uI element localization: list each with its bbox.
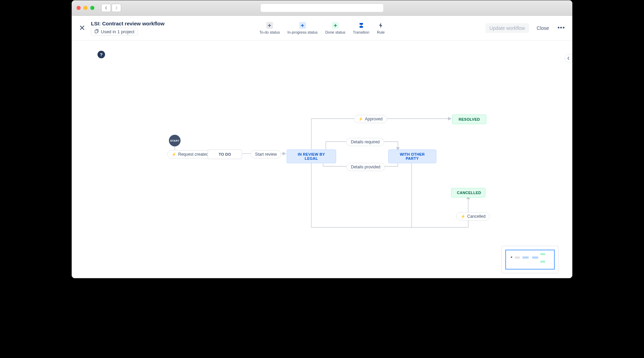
editor-header: ✕ LSI: Contract review workflow Used in … — [72, 16, 572, 40]
transition-icon — [358, 22, 365, 29]
status-to-do[interactable]: TO DO — [208, 150, 242, 159]
status-label: TO DO — [219, 152, 231, 156]
close-window-icon[interactable] — [77, 6, 81, 10]
transition-label: Approved — [365, 117, 382, 121]
status-label: WITH OTHER PARTY — [400, 152, 425, 160]
transition-approved[interactable]: ⚡ Approved — [354, 115, 387, 123]
svg-rect-0 — [95, 30, 97, 33]
status-with-other-party[interactable]: WITH OTHER PARTY — [388, 150, 436, 163]
minimap-node — [540, 261, 545, 263]
transition-cancelled[interactable]: ⚡ Cancelled — [456, 212, 490, 220]
used-in-text: Used in 1 project — [101, 29, 135, 34]
minimap-node — [522, 256, 529, 259]
minimize-window-icon[interactable] — [83, 6, 88, 10]
traffic-lights — [77, 6, 94, 10]
bolt-icon: ⚡ — [461, 214, 465, 219]
used-in-badge[interactable]: Used in 1 project — [91, 28, 138, 36]
nav-buttons — [101, 4, 121, 12]
add-rule-button[interactable]: Rule — [377, 22, 385, 34]
transition-details-provided[interactable]: Details provided — [346, 163, 385, 171]
toolbar-label: Transition — [353, 30, 369, 34]
svg-rect-1 — [359, 23, 363, 25]
transition-label: Cancelled — [467, 214, 485, 219]
forward-button[interactable] — [112, 4, 121, 12]
header-right-actions: Update workflow Close ••• — [485, 23, 566, 33]
plus-icon: ＋ — [299, 22, 306, 29]
maximize-window-icon[interactable] — [90, 6, 94, 10]
minimap-viewport — [505, 250, 555, 270]
svg-rect-2 — [359, 26, 363, 28]
status-label: IN REVIEW BY LEGAL — [298, 152, 325, 160]
workflow-title: LSI: Contract review workflow — [91, 21, 164, 26]
transition-label: Request created — [178, 152, 208, 157]
minimap-start-dot — [511, 256, 512, 258]
minimap-node — [532, 256, 538, 259]
plus-icon: ＋ — [266, 22, 273, 29]
transition-start-review[interactable]: Start review — [251, 150, 281, 158]
start-node-label: START — [170, 139, 179, 142]
status-in-review-by-legal[interactable]: IN REVIEW BY LEGAL — [287, 150, 336, 163]
close-icon[interactable]: ✕ — [78, 24, 86, 33]
bolt-icon: ⚡ — [172, 152, 176, 157]
title-block: LSI: Contract review workflow Used in 1 … — [91, 21, 164, 36]
update-workflow-button[interactable]: Update workflow — [485, 23, 529, 33]
transition-request-created[interactable]: ⚡ Request created — [167, 150, 213, 158]
start-node[interactable]: START — [169, 135, 181, 146]
plus-icon: ＋ — [332, 22, 339, 29]
toolbar-label: In-progress status — [287, 30, 318, 34]
status-cancelled[interactable]: CANCELLED — [451, 188, 485, 198]
bolt-icon — [377, 22, 384, 29]
status-resolved[interactable]: RESOLVED — [452, 115, 486, 124]
back-button[interactable] — [101, 4, 111, 12]
add-transition-button[interactable]: Transition — [353, 22, 369, 34]
copy-icon — [94, 29, 99, 34]
status-toolbar: ＋ To-do status ＋ In-progress status ＋ Do… — [259, 22, 384, 34]
workflow-canvas[interactable]: ? — [72, 40, 572, 278]
add-inprogress-status-button[interactable]: ＋ In-progress status — [287, 22, 318, 34]
toolbar-label: To-do status — [259, 30, 280, 34]
window-titlebar — [72, 0, 572, 16]
more-menu-icon[interactable]: ••• — [556, 24, 566, 32]
add-todo-status-button[interactable]: ＋ To-do status — [259, 22, 280, 34]
status-label: CANCELLED — [457, 191, 481, 195]
toolbar-label: Done status — [325, 30, 345, 34]
transition-label: Start review — [255, 152, 277, 157]
toolbar-label: Rule — [377, 30, 385, 34]
app-window: ✕ LSI: Contract review workflow Used in … — [71, 0, 573, 278]
transition-label: Details provided — [351, 165, 380, 169]
url-bar[interactable] — [260, 3, 384, 12]
add-done-status-button[interactable]: ＋ Done status — [325, 22, 345, 34]
transition-label: Details required — [351, 140, 380, 144]
status-label: RESOLVED — [459, 117, 480, 121]
bolt-icon: ⚡ — [358, 117, 363, 121]
transition-details-required[interactable]: Details required — [346, 138, 384, 146]
minimap[interactable] — [502, 246, 559, 273]
minimap-node — [540, 253, 545, 255]
minimap-node — [515, 256, 520, 259]
close-button[interactable]: Close — [532, 23, 553, 33]
